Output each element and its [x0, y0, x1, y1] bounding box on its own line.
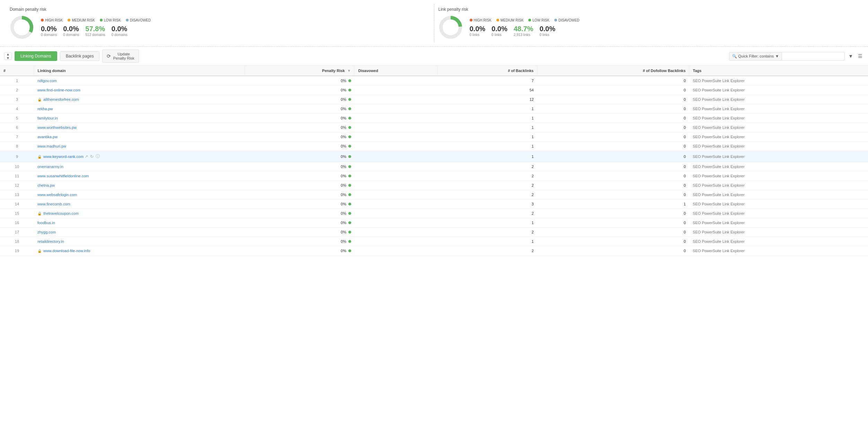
- penalty-value: 0%: [341, 230, 346, 234]
- row-num: 12: [0, 181, 34, 190]
- domain-link[interactable]: www.madhuri.pw: [37, 144, 66, 148]
- col-backlinks[interactable]: # of Backlinks: [437, 66, 537, 76]
- row-backlinks: 2: [437, 246, 537, 256]
- row-domain[interactable]: familytour.in: [34, 114, 245, 123]
- domain-link[interactable]: allthemesforfree.com: [43, 97, 79, 101]
- search-icon: 🔍: [732, 54, 737, 59]
- info-icon[interactable]: ⓘ: [96, 153, 100, 159]
- domain-link[interactable]: www.keyword-rank.com: [43, 154, 84, 159]
- domain-donut-chart: [10, 15, 34, 39]
- row-domain[interactable]: zhygg.com: [34, 228, 245, 237]
- penalty-value: 0%: [341, 116, 346, 120]
- lock-icon: 🔒: [37, 98, 42, 101]
- table-row: 11 www.susanwhitfieldonline.com 0% 2 0 S…: [0, 171, 868, 181]
- row-disavowed: [355, 123, 437, 132]
- domain-link[interactable]: www.finecomb.com: [37, 202, 70, 206]
- redirect-icon[interactable]: ↗: [85, 154, 88, 159]
- row-tags: SEO PowerSuite Link Explorer: [689, 246, 868, 256]
- link-stat-0-label: 0 links: [470, 33, 479, 37]
- row-backlinks: 2: [437, 228, 537, 237]
- row-backlinks: 2: [437, 162, 537, 171]
- row-tags: SEO PowerSuite Link Explorer: [689, 162, 868, 171]
- domain-link[interactable]: retaildirectory.in: [37, 239, 64, 244]
- row-domain[interactable]: rekha.pw: [34, 104, 245, 114]
- row-domain[interactable]: onemanarmy.in: [34, 162, 245, 171]
- row-domain[interactable]: www.websafelogin.com: [34, 190, 245, 200]
- row-penalty: 0%: [245, 181, 355, 190]
- link-medium-risk-dot: [496, 19, 499, 21]
- columns-button[interactable]: ☰: [857, 53, 864, 59]
- link-low-risk-dot: [528, 19, 531, 21]
- domain-link[interactable]: thetravelcoupon.com: [43, 211, 79, 215]
- link-stat-1-label: 0 links: [492, 33, 501, 37]
- domain-link[interactable]: ndtgov.com: [37, 79, 57, 83]
- penalty-dot: [348, 249, 351, 252]
- penalty-dot: [348, 193, 351, 196]
- toolbar-right: 🔍 Quick Filter: contains ▼ ▼ ☰: [729, 52, 864, 61]
- penalty-value: 0%: [341, 97, 346, 101]
- row-domain[interactable]: 🔒 allthemesforfree.com: [34, 95, 245, 104]
- penalty-value: 0%: [341, 183, 346, 187]
- tab-linking-domains[interactable]: Linking Domains: [15, 51, 57, 61]
- refresh-icon[interactable]: ↻: [90, 154, 94, 159]
- domain-stat-3-label: 0 domains: [112, 33, 128, 37]
- row-domain[interactable]: www.finecomb.com: [34, 200, 245, 209]
- row-domain[interactable]: 🔒 thetravelcoupon.com: [34, 209, 245, 218]
- table-row: 17 zhygg.com 0% 2 0 SEO PowerSuite Link …: [0, 228, 868, 237]
- row-dofollow: 0: [537, 218, 689, 228]
- tab-backlink-pages[interactable]: Backlink pages: [60, 51, 100, 61]
- table-row: 12 chetna.pw 0% 2 0 SEO PowerSuite Link …: [0, 181, 868, 190]
- domain-link[interactable]: avantika.pw: [37, 135, 58, 139]
- row-dofollow: 0: [537, 151, 689, 162]
- row-domain[interactable]: www.worthwebsites.pw: [34, 123, 245, 132]
- domain-link[interactable]: foodbus.in: [37, 221, 55, 225]
- row-domain[interactable]: chetna.pw: [34, 181, 245, 190]
- row-dofollow: 0: [537, 162, 689, 171]
- row-tags: SEO PowerSuite Link Explorer: [689, 237, 868, 246]
- domain-link[interactable]: www.worthwebsites.pw: [37, 125, 77, 130]
- domain-panel-content: HIGH RISK MEDIUM RISK LOW RISK DISAVOWED: [10, 15, 430, 39]
- link-stat-0: 0.0% 0 links: [470, 25, 486, 37]
- row-disavowed: [355, 132, 437, 142]
- row-domain[interactable]: www.susanwhitfieldonline.com: [34, 171, 245, 181]
- row-dofollow: 1: [537, 200, 689, 209]
- row-domain[interactable]: www.find-online-now.com: [34, 86, 245, 95]
- link-legend-medium-risk-label: MEDIUM RISK: [501, 18, 524, 22]
- domain-link[interactable]: www.download-file-now.info: [43, 249, 90, 253]
- link-stat-1-value: 0.0%: [492, 25, 507, 33]
- filter-button[interactable]: ▼: [847, 53, 854, 59]
- quick-filter[interactable]: 🔍 Quick Filter: contains ▼: [729, 52, 845, 61]
- row-domain[interactable]: retaildirectory.in: [34, 237, 245, 246]
- domain-link[interactable]: zhygg.com: [37, 230, 56, 234]
- col-dofollow[interactable]: # of Dofollow Backlinks: [537, 66, 689, 76]
- sort-arrows-button[interactable]: ▲ ▼: [4, 52, 12, 60]
- col-domain[interactable]: Linking domain: [34, 66, 245, 76]
- row-domain[interactable]: www.madhuri.pw: [34, 142, 245, 151]
- domain-link[interactable]: www.websafelogin.com: [37, 193, 77, 197]
- row-domain[interactable]: foodbus.in: [34, 218, 245, 228]
- quick-filter-input[interactable]: [782, 52, 844, 60]
- row-domain[interactable]: avantika.pw: [34, 132, 245, 142]
- domain-link[interactable]: chetna.pw: [37, 183, 55, 187]
- penalty-value: 0%: [341, 239, 346, 244]
- domain-link[interactable]: www.susanwhitfieldonline.com: [37, 174, 89, 178]
- penalty-dot: [348, 175, 351, 177]
- col-penalty[interactable]: Penalty Risk ▼: [245, 66, 355, 76]
- row-dofollow: 0: [537, 181, 689, 190]
- row-num: 3: [0, 95, 34, 104]
- row-num: 14: [0, 200, 34, 209]
- domain-stat-2-label: 512 domains: [85, 33, 105, 37]
- row-domain[interactable]: ndtgov.com: [34, 76, 245, 86]
- row-domain[interactable]: 🔒 www.download-file-now.info: [34, 246, 245, 256]
- domain-link[interactable]: www.find-online-now.com: [37, 88, 80, 92]
- update-penalty-risk-button[interactable]: ⟳ Update Penalty Risk: [102, 50, 139, 63]
- domain-link[interactable]: rekha.pw: [37, 107, 53, 111]
- link-high-risk-dot: [470, 19, 472, 21]
- domain-link[interactable]: onemanarmy.in: [37, 165, 63, 169]
- domain-link[interactable]: familytour.in: [37, 116, 58, 120]
- table-header: # Linking domain Penalty Risk ▼ Disavowe…: [0, 66, 868, 76]
- disavowed-dot: [126, 19, 129, 21]
- link-stat-3-value: 0.0%: [539, 25, 555, 33]
- row-domain[interactable]: 🔒 www.keyword-rank.com ↗ ↻ ⓘ: [34, 151, 245, 162]
- legend-disavowed: DISAVOWED: [126, 18, 151, 22]
